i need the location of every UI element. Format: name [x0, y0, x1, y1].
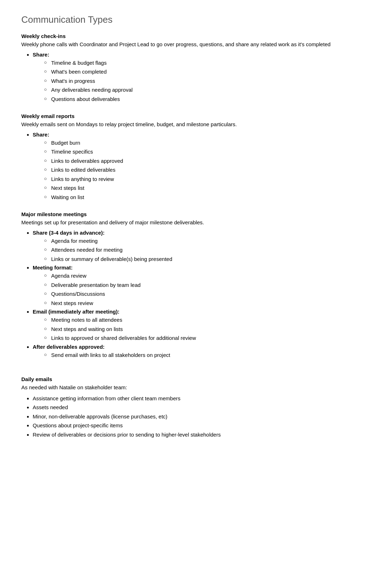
bullet-item-0-0: Share:Timeline & budget flagsWhat's been… [33, 52, 369, 103]
bullet-item-2-2: Email (immediately after meeting):Meetin… [33, 309, 369, 342]
bullet-label-0-0: Share: [33, 52, 49, 58]
daily-item-2: Minor, non-deliverable approvals (licens… [33, 413, 369, 421]
sub-item-0-0-3: Any deliverables needing approval [44, 86, 369, 94]
sub-item-1-0-0: Budget burn [44, 139, 369, 147]
bullet-item-2-1: Meeting format:Agenda reviewDeliverable … [33, 264, 369, 307]
sub-item-0-0-2: What's in progress [44, 77, 369, 85]
sub-item-2-0-1: Attendees needed for meeting [44, 246, 369, 254]
sub-item-2-0-0: Agenda for meeting [44, 237, 369, 245]
sub-item-2-2-0: Meeting notes to all attendees [44, 316, 369, 324]
sub-item-1-0-6: Waiting on list [44, 193, 369, 202]
sub-item-0-0-4: Questions about deliverables [44, 95, 369, 103]
section-daily-emails: Daily emailsAs needed with Natalie on st… [21, 376, 369, 439]
sub-item-1-0-5: Next steps list [44, 184, 369, 192]
sub-item-2-1-0: Agenda review [44, 272, 369, 280]
sub-item-2-3-0: Send email with links to all stakeholder… [44, 351, 369, 359]
sub-item-2-0-2: Links or summary of deliverable(s) being… [44, 255, 369, 263]
section-desc-major-milestone-meetings: Meetings set up for presentation and del… [21, 219, 369, 227]
bullet-label-2-3: After deliverables approved: [33, 344, 105, 350]
daily-item-3: Questions about project-specific items [33, 422, 369, 430]
section-title-weekly-checkins: Weekly check-ins [21, 33, 369, 39]
sub-item-1-0-4: Links to anything to review [44, 175, 369, 183]
sub-list-1-0: Budget burnTimeline specificsLinks to de… [33, 139, 369, 202]
bullet-label-2-1: Meeting format: [33, 264, 73, 271]
sub-item-0-0-0: Timeline & budget flags [44, 59, 369, 67]
bullet-label-2-2: Email (immediately after meeting): [33, 309, 119, 315]
bullet-item-2-3: After deliverables approved:Send email w… [33, 344, 369, 359]
section-weekly-email-reports: Weekly email reportsWeekly emails sent o… [21, 113, 369, 201]
sub-list-2-3: Send email with links to all stakeholder… [33, 351, 369, 359]
sub-list-2-1: Agenda reviewDeliverable presentation by… [33, 272, 369, 307]
section-weekly-checkins: Weekly check-insWeekly phone calls with … [21, 33, 369, 103]
section-title-major-milestone-meetings: Major milestone meetings [21, 211, 369, 217]
section-title-daily-emails: Daily emails [21, 376, 369, 382]
share-list-major-milestone-meetings: Share (3-4 days in advance):Agenda for m… [21, 230, 369, 359]
sub-item-2-1-3: Next steps review [44, 299, 369, 308]
sub-list-2-0: Agenda for meetingAttendees needed for m… [33, 237, 369, 263]
daily-list: Assistance getting information from othe… [21, 395, 369, 439]
sub-list-0-0: Timeline & budget flagsWhat's been compl… [33, 59, 369, 103]
daily-item-4: Review of deliverables or decisions prio… [33, 431, 369, 439]
section-desc-weekly-checkins: Weekly phone calls with Coordinator and … [21, 41, 369, 49]
page-title: Communication Types [21, 14, 369, 25]
section-title-weekly-email-reports: Weekly email reports [21, 113, 369, 119]
sub-item-1-0-3: Links to edited deliverables [44, 166, 369, 174]
sub-list-2-2: Meeting notes to all attendeesNext steps… [33, 316, 369, 342]
sub-item-1-0-2: Links to deliverables approved [44, 157, 369, 165]
section-major-milestone-meetings: Major milestone meetingsMeetings set up … [21, 211, 369, 359]
bullet-item-2-0: Share (3-4 days in advance):Agenda for m… [33, 230, 369, 263]
share-list-weekly-checkins: Share:Timeline & budget flagsWhat's been… [21, 52, 369, 103]
bullet-label-1-0: Share: [33, 132, 49, 138]
share-list-weekly-email-reports: Share:Budget burnTimeline specificsLinks… [21, 132, 369, 202]
section-desc-daily-emails: As needed with Natalie on stakeholder te… [21, 384, 369, 392]
sub-item-2-2-2: Links to approved or shared deliverables… [44, 334, 369, 342]
daily-item-1: Assets needed [33, 403, 369, 412]
bullet-item-1-0: Share:Budget burnTimeline specificsLinks… [33, 132, 369, 202]
daily-item-0: Assistance getting information from othe… [33, 395, 369, 403]
sub-item-0-0-1: What's been completed [44, 68, 369, 76]
section-desc-weekly-email-reports: Weekly emails sent on Mondays to relay p… [21, 121, 369, 129]
sub-item-1-0-1: Timeline specifics [44, 148, 369, 156]
sub-item-2-1-1: Deliverable presentation by team lead [44, 281, 369, 289]
sub-item-2-1-2: Questions/Discussions [44, 290, 369, 298]
bullet-label-2-0: Share (3-4 days in advance): [33, 230, 105, 236]
sub-item-2-2-1: Next steps and waiting on lists [44, 325, 369, 333]
